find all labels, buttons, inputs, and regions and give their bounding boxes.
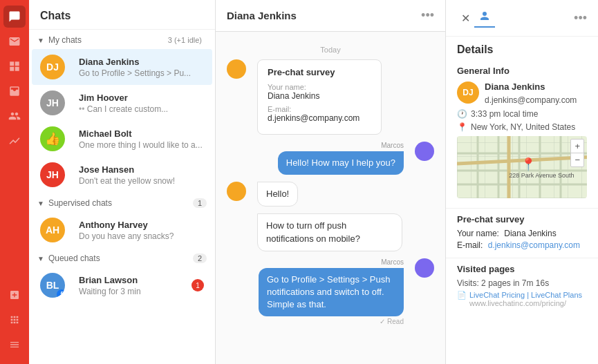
chats-title: Chats (40, 10, 71, 21)
local-time-value: 3:33 pm local time (471, 109, 538, 119)
jose-preview: Don't eat the yellow snow! (79, 176, 204, 186)
location-pin-icon: 📍 (457, 122, 467, 132)
queued-chats-label: Queued chats (48, 253, 193, 263)
visits-stat: Visits: 2 pages in 7m 16s (457, 278, 587, 288)
my-chats-count: 3 (+1 idle) (163, 35, 207, 45)
details-panel: ✕ ••• Details General Info DJ Diana Jenk… (446, 0, 598, 364)
details-more-icon[interactable]: ••• (574, 11, 587, 26)
facebook-icon: f (57, 289, 65, 298)
visitor-question-spacer (227, 213, 246, 233)
prechat-email-label: E-mail: (457, 240, 483, 250)
chat-item-jose[interactable]: JH Jose Hansen Don't eat the yellow snow… (32, 157, 212, 193)
nav-chart-icon[interactable] (3, 130, 26, 152)
chat-list-scroll: ▼ My chats 3 (+1 idle) DJ Diana Jenkins … (29, 30, 215, 364)
chat-more-icon[interactable]: ••• (421, 8, 434, 23)
jim-preview: •• Can I create custom... (79, 104, 204, 114)
nav-inbox-icon[interactable] (3, 80, 26, 102)
survey-message-row: Pre-chat survey Your name: Diana Jenkins… (227, 59, 434, 135)
chat-list-panel: Chats ▼ My chats 3 (+1 idle) DJ Diana Je… (29, 0, 216, 364)
map-zoom-out[interactable]: − (571, 153, 583, 166)
general-info-section: General Info DJ Diana Jenkins d.jenkins@… (446, 60, 598, 208)
visitor-hello-row: Hello! (227, 182, 434, 207)
jim-avatar: JH (40, 90, 65, 115)
supervised-chats-section-header[interactable]: ▼ Supervised chats 1 (29, 193, 215, 212)
my-chats-section-header[interactable]: ▼ My chats 3 (+1 idle) (29, 30, 215, 49)
chat-contact-name: Diana Jenkins (227, 10, 297, 21)
agent-answer-row: Marcos Go to Profile > Settings > Push n… (227, 258, 434, 326)
nav-settings-icon[interactable] (3, 334, 26, 356)
supervised-chats-count: 1 (193, 198, 207, 208)
visited-link-2[interactable]: www.livechatinc.com/pricing/ (469, 299, 582, 307)
diana-detail-name-row: Diana Jenkins (485, 82, 577, 92)
prechat-survey-section: Pre-chat survey Your name: Diana Jenkins… (446, 208, 598, 258)
survey-title: Pre-chat survey (268, 67, 371, 77)
map-zoom-in[interactable]: + (571, 140, 583, 153)
chat-list-header: Chats (29, 0, 215, 30)
prechat-name-value: Diana Jenkins (504, 229, 556, 238)
brian-badge: 1 (191, 279, 204, 291)
chat-item-brian[interactable]: BL f Brian Lawson Waiting for 3 min 1 (32, 267, 212, 303)
chat-item-anthony[interactable]: AH Anthony Harvey Do you have any snacks… (32, 212, 212, 248)
agent-hello-bubble: Hello! How may I help you? (278, 151, 404, 175)
chat-item-michael[interactable]: 👍 Michael Bolt One more thing I would li… (32, 121, 212, 157)
queued-chats-section-header[interactable]: ▼ Queued chats 2 (29, 248, 215, 267)
left-navigation (0, 0, 29, 364)
diana-contact-info: Diana Jenkins d.jenkins@company.com (485, 82, 577, 105)
jose-name: Jose Hansen (79, 164, 204, 175)
prechat-survey-title: Pre-chat survey (457, 214, 587, 224)
nav-grid-icon[interactable] (3, 55, 26, 77)
agent-answer-bubble: Go to Profile > Settings > Push notifica… (259, 268, 404, 317)
agent-hello-row: Marcos Hello! How may I help you? (227, 142, 434, 175)
visited-link-1[interactable]: LiveChat Pricing | LiveChat Plans (469, 291, 582, 299)
jose-avatar: JH (40, 162, 65, 187)
queued-chats-chevron: ▼ (37, 255, 44, 262)
anthony-info: Anthony Harvey Do you have any snacks? (79, 220, 204, 241)
local-time-row: 🕐 3:33 pm local time (457, 109, 587, 119)
nav-messages-icon[interactable] (3, 30, 26, 52)
survey-email-value: d.jenkins@company.com (268, 113, 371, 123)
my-chats-label: My chats (48, 35, 163, 45)
supervised-chats-chevron: ▼ (37, 200, 44, 207)
visited-links: LiveChat Pricing | LiveChat Plans www.li… (469, 291, 582, 307)
brian-info: Brian Lawson Waiting for 3 min (79, 275, 191, 296)
marcos-sender-label: Marcos (278, 142, 404, 149)
diana-detail-name: Diana Jenkins (485, 82, 545, 92)
clock-icon: 🕐 (457, 109, 467, 119)
brian-avatar-wrap: BL f (40, 273, 72, 298)
details-title: Details (446, 37, 598, 60)
location-value: New York, NY, United States (471, 122, 575, 132)
visited-pages-title: Visited pages (457, 264, 587, 274)
nav-apps-icon[interactable] (3, 309, 26, 331)
marcos-avatar-2 (415, 258, 434, 278)
brian-avatar: BL f (40, 273, 65, 298)
visitor-hello-bubble: Hello! (257, 182, 298, 207)
visitor-question-content: How to turn off push notifications on mo… (257, 213, 402, 251)
brian-name: Brian Lawson (79, 275, 191, 285)
marcos-avatar-1 (415, 142, 434, 161)
jose-info: Jose Hansen Don't eat the yellow snow! (79, 164, 204, 186)
visitor-survey-avatar (227, 59, 246, 79)
map-zoom-controls[interactable]: + − (570, 139, 584, 167)
diana-details-avatar: DJ (457, 82, 479, 104)
person-tab-icon[interactable] (474, 8, 495, 28)
nav-add-icon[interactable] (3, 284, 26, 306)
nav-users-icon[interactable] (3, 105, 26, 127)
survey-email-label: E-mail: (268, 105, 371, 113)
visitor-question-bubble: How to turn off push notifications on mo… (257, 213, 402, 251)
michael-info: Michael Bolt One more thing I would like… (79, 128, 204, 150)
survey-name-label: Your name: (268, 83, 371, 91)
chat-item-diana[interactable]: DJ Diana Jenkins Go to Profile > Setting… (32, 49, 212, 85)
date-divider: Today (227, 46, 434, 54)
anthony-name: Anthony Harvey (79, 220, 204, 230)
nav-chats-icon[interactable] (3, 6, 26, 28)
prechat-name-field: Your name: Diana Jenkins (457, 229, 587, 238)
map-placeholder: 📍 228 Park Avenue South + − (457, 136, 587, 198)
michael-name: Michael Bolt (79, 128, 204, 139)
diana-avatar: DJ (40, 55, 65, 79)
anthony-avatar-wrap: AH (40, 218, 72, 242)
visited-pages-section: Visited pages Visits: 2 pages in 7m 16s … (446, 258, 598, 313)
chat-item-jim[interactable]: JH Jim Hoover •• Can I create custom... (32, 85, 212, 121)
close-panel-icon[interactable]: ✕ (457, 10, 474, 26)
jim-info: Jim Hoover •• Can I create custom... (79, 93, 204, 114)
details-header: ✕ ••• (446, 0, 598, 37)
